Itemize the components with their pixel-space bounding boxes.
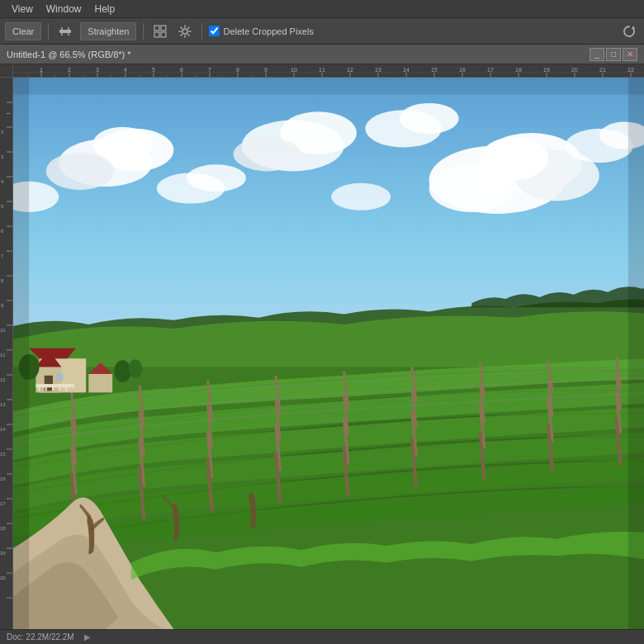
menu-view[interactable]: View	[5, 2, 40, 17]
svg-text:14: 14	[403, 67, 410, 73]
svg-text:20: 20	[571, 67, 578, 73]
status-bar: Doc: 22.2M/22.2M ▶	[0, 629, 644, 644]
doc-controls: _ □ ✕	[590, 48, 637, 61]
svg-text:7: 7	[208, 67, 211, 73]
svg-text:6: 6	[180, 67, 183, 73]
menu-window[interactable]: Window	[40, 2, 88, 17]
svg-text:8: 8	[236, 67, 239, 73]
svg-text:21: 21	[599, 67, 606, 73]
svg-point-7	[182, 29, 187, 34]
svg-text:12: 12	[0, 377, 6, 382]
toolbar-right	[619, 21, 639, 41]
svg-text:4: 4	[124, 67, 127, 73]
svg-text:18: 18	[0, 526, 6, 531]
reset-icon-btn[interactable]	[619, 21, 639, 41]
toolbar-separator-2	[143, 23, 144, 40]
svg-text:11: 11	[319, 67, 325, 73]
delete-cropped-label[interactable]: Delete Cropped Pixels	[209, 26, 313, 36]
ruler-corner	[0, 64, 13, 78]
close-button[interactable]: ✕	[623, 48, 637, 61]
svg-text:18: 18	[515, 67, 522, 73]
straighten-icon-btn[interactable]	[55, 21, 75, 41]
canvas-container[interactable]	[13, 78, 644, 629]
svg-rect-184	[13, 78, 644, 95]
svg-text:10: 10	[291, 67, 297, 73]
svg-point-123	[187, 164, 246, 192]
svg-rect-4	[161, 26, 166, 31]
svg-point-127	[331, 183, 391, 211]
svg-point-112	[480, 137, 547, 180]
svg-rect-6	[161, 32, 166, 37]
svg-text:3: 3	[96, 67, 99, 73]
maximize-button[interactable]: □	[606, 48, 621, 61]
svg-text:17: 17	[487, 67, 494, 73]
settings-icon-btn[interactable]	[175, 21, 195, 41]
ruler-vertical: 1 2 3 4 5 6 7 8 9 10 11	[0, 78, 13, 629]
svg-text:19: 19	[0, 551, 6, 556]
svg-point-119	[234, 137, 301, 171]
svg-point-116	[92, 127, 152, 161]
straighten-button[interactable]: Straighten	[80, 22, 136, 40]
svg-text:11: 11	[0, 353, 6, 358]
clear-button[interactable]: Clear	[5, 22, 41, 40]
svg-rect-182	[13, 78, 29, 629]
svg-text:13: 13	[375, 67, 381, 73]
toolbar-separator-1	[48, 23, 49, 40]
svg-point-121	[400, 103, 459, 134]
menu-help[interactable]: Help	[88, 2, 121, 17]
doc-title: Untitled-1 @ 66.5% (RGB/8*) *	[7, 50, 590, 59]
svg-point-181	[129, 359, 142, 378]
svg-rect-3	[154, 26, 159, 31]
svg-rect-170	[56, 374, 63, 381]
svg-point-115	[46, 153, 114, 190]
svg-marker-8	[632, 26, 635, 29]
svg-text:20: 20	[0, 575, 6, 580]
svg-text:9: 9	[264, 67, 268, 73]
svg-rect-0	[59, 30, 71, 33]
svg-text:12: 12	[347, 67, 353, 73]
svg-text:16: 16	[459, 67, 466, 73]
svg-point-180	[114, 360, 131, 382]
ruler-horizontal: 1 2 3 4 5 6 7 8 9 10 11	[13, 64, 644, 78]
minimize-button[interactable]: _	[590, 48, 604, 61]
delete-cropped-checkbox[interactable]	[209, 26, 220, 36]
svg-text:17: 17	[0, 501, 6, 506]
svg-text:13: 13	[0, 402, 6, 407]
main-area: 1 2 3 4 5 6 7 8 9 10 11	[0, 78, 644, 629]
svg-text:10: 10	[0, 328, 6, 333]
toolbar-separator-3	[201, 23, 202, 40]
vineyard-image	[13, 78, 644, 629]
svg-rect-5	[154, 32, 159, 37]
status-info: Doc: 22.2M/22.2M	[7, 632, 74, 642]
svg-rect-177	[88, 374, 112, 393]
svg-text:2: 2	[68, 67, 71, 73]
svg-text:14: 14	[0, 427, 6, 432]
svg-rect-183	[628, 78, 644, 629]
doc-titlebar: Untitled-1 @ 66.5% (RGB/8*) * _ □ ✕	[0, 45, 644, 64]
svg-text:19: 19	[543, 67, 550, 73]
svg-text:1: 1	[40, 67, 43, 73]
svg-text:22: 22	[627, 67, 634, 73]
status-extra: ▶	[84, 632, 91, 642]
svg-text:15: 15	[0, 452, 6, 457]
menu-bar: View Window Help	[0, 0, 644, 18]
ruler-row: 1 2 3 4 5 6 7 8 9 10 11	[0, 64, 644, 78]
grid-icon-btn[interactable]	[150, 21, 170, 41]
svg-rect-171	[36, 384, 73, 387]
svg-text:5: 5	[152, 67, 155, 73]
toolbar: Clear Straighten Delete Cropped Pixels	[0, 18, 644, 45]
svg-text:15: 15	[431, 67, 438, 73]
svg-text:16: 16	[0, 476, 6, 481]
